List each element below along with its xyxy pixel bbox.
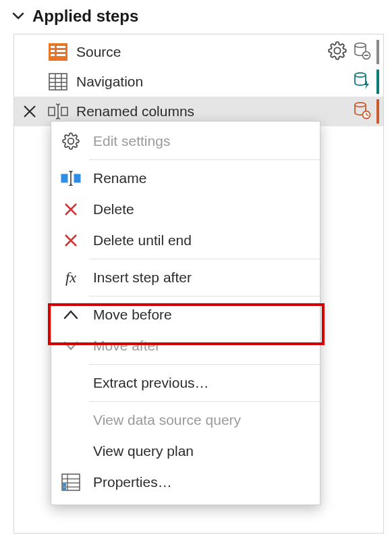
ctx-move-before[interactable]: Move before xyxy=(51,299,320,330)
ctx-label: View data source query xyxy=(93,412,320,428)
table-icon xyxy=(48,72,68,92)
step-accent xyxy=(376,70,379,94)
svg-rect-2 xyxy=(51,50,55,52)
blank-icon xyxy=(61,373,81,393)
step-actions xyxy=(352,99,383,124)
svg-rect-5 xyxy=(57,50,65,52)
ctx-properties[interactable]: Properties… xyxy=(51,467,320,498)
db-clock-icon[interactable] xyxy=(352,101,371,123)
ctx-label: Delete xyxy=(93,201,320,217)
svg-rect-20 xyxy=(61,107,67,115)
ctx-label: Move after xyxy=(93,338,320,354)
svg-rect-1 xyxy=(51,46,55,48)
step-accent xyxy=(376,40,379,64)
ctx-extract-previous[interactable]: Extract previous… xyxy=(51,367,320,398)
svg-rect-4 xyxy=(57,46,65,48)
context-menu: Edit settings Rename Delete Delete until… xyxy=(51,121,320,505)
ctx-label: Edit settings xyxy=(93,133,320,149)
ctx-label: Extract previous… xyxy=(93,375,320,391)
ctx-delete[interactable]: Delete xyxy=(51,194,320,225)
step-label: Navigation xyxy=(76,74,352,90)
ctx-edit-settings[interactable]: Edit settings xyxy=(51,126,320,157)
steps-list: Source Navigation xyxy=(14,34,383,126)
chevron-down-icon xyxy=(61,336,81,356)
svg-rect-10 xyxy=(49,74,67,90)
svg-rect-3 xyxy=(51,54,55,56)
step-actions xyxy=(328,40,383,64)
separator xyxy=(89,401,320,402)
svg-rect-27 xyxy=(74,174,80,182)
ctx-label: View query plan xyxy=(93,443,320,459)
chevron-up-icon xyxy=(61,305,81,325)
source-icon xyxy=(48,42,68,62)
rename-icon xyxy=(61,168,81,188)
ctx-label: Properties… xyxy=(93,474,320,490)
applied-steps-panel: Source Navigation xyxy=(13,34,384,534)
ctx-insert-step-after[interactable]: fx Insert step after xyxy=(51,262,320,293)
step-row-navigation[interactable]: Navigation xyxy=(14,67,383,97)
ctx-view-data-source-query[interactable]: View data source query xyxy=(51,405,320,436)
db-minus-icon[interactable] xyxy=(352,41,371,63)
db-bolt-icon[interactable] xyxy=(352,71,371,93)
ctx-move-after[interactable]: Move after xyxy=(51,330,320,361)
separator xyxy=(89,159,320,160)
step-actions xyxy=(352,70,383,94)
gear-icon[interactable] xyxy=(328,41,347,63)
svg-point-16 xyxy=(355,72,366,76)
svg-rect-6 xyxy=(57,54,65,56)
svg-rect-39 xyxy=(63,488,66,490)
panel-header[interactable]: Applied steps xyxy=(0,0,392,34)
ctx-label: Delete until end xyxy=(93,232,320,249)
svg-point-22 xyxy=(355,102,366,106)
x-red-icon xyxy=(61,199,81,220)
separator xyxy=(89,259,320,259)
svg-rect-38 xyxy=(63,484,66,486)
panel-title: Applied steps xyxy=(32,7,138,26)
gear-icon xyxy=(61,131,81,151)
blank-icon xyxy=(61,441,81,461)
ctx-view-query-plan[interactable]: View query plan xyxy=(51,436,320,467)
ctx-label: Move before xyxy=(93,307,320,323)
chevron-down-icon xyxy=(12,10,24,22)
svg-rect-26 xyxy=(61,174,67,182)
svg-rect-19 xyxy=(49,107,55,115)
separator xyxy=(89,296,320,297)
svg-point-7 xyxy=(355,43,366,47)
step-accent xyxy=(376,99,379,124)
separator xyxy=(89,364,320,365)
step-label: Source xyxy=(76,44,328,60)
ctx-label: Insert step after xyxy=(93,269,320,286)
ctx-delete-until-end[interactable]: Delete until end xyxy=(51,225,320,256)
blank-icon xyxy=(61,410,81,430)
delete-step-button[interactable] xyxy=(18,97,41,126)
fx-icon: fx xyxy=(61,267,81,288)
properties-icon xyxy=(61,472,81,492)
step-row-source[interactable]: Source xyxy=(14,37,383,67)
step-label: Renamed columns xyxy=(76,103,352,120)
ctx-rename[interactable]: Rename xyxy=(51,163,320,194)
x-red-icon xyxy=(61,230,81,251)
ctx-label: Rename xyxy=(93,170,320,186)
svg-line-25 xyxy=(366,115,368,115)
rename-column-icon xyxy=(48,101,68,122)
